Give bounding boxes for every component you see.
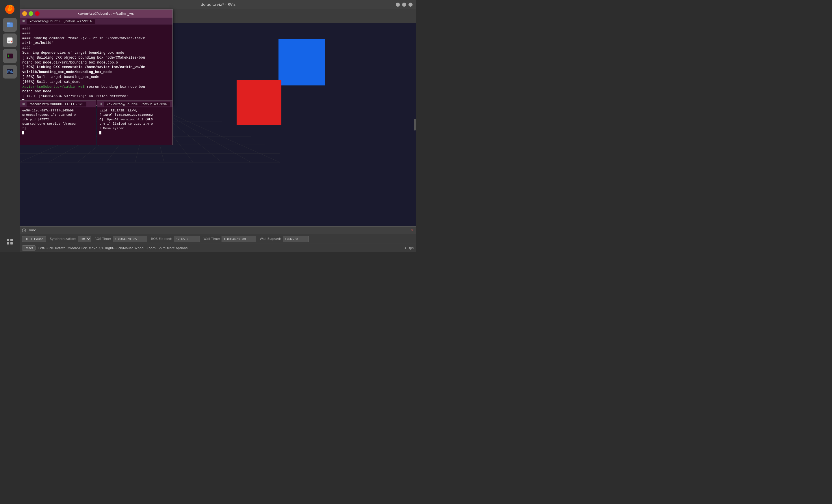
term-line-2: #### <box>22 31 170 36</box>
time-panel-close[interactable]: ✕ <box>411 228 414 232</box>
wall-time-input[interactable] <box>222 236 256 242</box>
wall-time-group: Wall Time: <box>203 236 256 242</box>
svg-rect-12 <box>10 239 13 241</box>
term-line-8: [ 50%] Built target bounding_box_node <box>22 75 170 80</box>
term-line-5: Scanning dependencies of target bounding… <box>22 51 170 55</box>
terminal-main-tab-label[interactable]: xavier-tse@ubuntu: ~/catkin_ws 59x16 <box>27 19 95 24</box>
fps-label: 31 fps <box>404 246 414 250</box>
time-panel-title: Time <box>28 228 36 232</box>
svg-text:$ _: $ _ <box>8 54 13 57</box>
pause-button[interactable]: ⏸ ⏸ Pause <box>22 236 46 242</box>
svg-rect-14 <box>10 242 13 245</box>
sync-group: Synchronization: Off <box>50 236 91 242</box>
term-line-9: [100%] Built target sat_demo <box>22 80 170 85</box>
time-header: Time ✕ <box>20 227 416 234</box>
ros-time-input[interactable] <box>113 236 147 242</box>
pause-icon: ⏸ <box>25 237 28 241</box>
terminal-bottom-right-content[interactable]: uild: RELEASE; LLVM; [ INFO] [1683629123… <box>97 107 173 145</box>
terminal-bottom-right-tab-label[interactable]: xavier-tse@ubuntu: ~/catkin_ws 28x6 <box>104 102 170 107</box>
term-line-7: [ 50%] Linking CXX executable /home/xavi… <box>22 65 170 75</box>
show-applications[interactable] <box>3 235 17 249</box>
term-line-1: #### <box>22 26 170 31</box>
window-maximize-button[interactable] <box>402 3 406 7</box>
terminal-bottom-left-window: ⊞ roscore http://ubuntu:11311 28x6 ee56-… <box>20 100 96 145</box>
taskbar-firefox[interactable] <box>3 2 17 16</box>
taskbar-terminal[interactable]: $ _ <box>3 49 17 63</box>
ros-elapsed-group: ROS Elapsed: <box>151 236 200 242</box>
time-controls-bar: ⏸ ⏸ Pause Synchronization: Off ROS Time:… <box>20 234 416 244</box>
terminal-bottom-left-tab-label[interactable]: roscore http://ubuntu:11311 28x6 <box>27 102 86 107</box>
taskbar-rviz[interactable]: RViz <box>3 65 17 79</box>
window-minimize-button[interactable] <box>396 3 400 7</box>
term-line-11: [ INFO] [1683646684.537716775]: Collisio… <box>22 94 170 99</box>
svg-rect-3 <box>7 37 12 43</box>
svg-rect-13 <box>7 242 9 245</box>
reset-button[interactable]: Reset <box>22 245 35 251</box>
taskbar-editor[interactable] <box>3 33 17 47</box>
terminal-bottom-right-tab: ⊞ xavier-tse@ubuntu: ~/catkin_ws 28x6 <box>97 101 173 107</box>
ros-elapsed-label: ROS Elapsed: <box>151 237 172 241</box>
term-br-line-2: [ INFO] [1683629123.681556526]: OpenGl v… <box>99 113 170 131</box>
ros-time-label: ROS Time: <box>95 237 111 241</box>
term-line-10: xavier-tse@ubuntu:~/catkin_ws$ rosrun bo… <box>22 85 170 94</box>
term-bl-line-2: process[rosout-1]: started with pid [455… <box>22 113 94 122</box>
sync-label: Synchronization: <box>50 237 76 241</box>
term-line-4: #### <box>22 46 170 51</box>
window-controls <box>396 3 413 7</box>
terminal-maximize-button[interactable] <box>29 11 33 16</box>
terminal-main-title: xavier-tse@ubuntu: ~/catkin_ws <box>41 11 170 16</box>
svg-rect-2 <box>7 23 10 24</box>
svg-text:RViz: RViz <box>7 70 13 73</box>
pause-label: ⏸ Pause <box>30 237 43 241</box>
svg-line-35 <box>24 230 25 231</box>
wall-time-label: Wall Time: <box>203 237 220 241</box>
bottom-panel: Time ✕ ⏸ ⏸ Pause Synchronization: Off RO… <box>20 226 416 252</box>
term-line-6: [ 25%] Building CXX object bounding_box_… <box>22 55 170 65</box>
terminal-bottom-left-content[interactable]: ee56-11ed-987c-fff34c145b98 process[roso… <box>20 107 96 145</box>
term-bl-line-3: started core service [/rosout] <box>22 122 94 131</box>
svg-rect-11 <box>7 239 9 241</box>
terminal-bottom-left-tab: ⊞ roscore http://ubuntu:11311 28x6 <box>20 101 96 107</box>
reset-label: Reset <box>25 246 33 250</box>
terminal-main-titlebar: xavier-tse@ubuntu: ~/catkin_ws <box>20 9 173 18</box>
term-br-cursor: █ <box>99 131 170 135</box>
sync-select[interactable]: Off <box>78 236 91 242</box>
viewport-resize-handle[interactable] <box>414 119 416 131</box>
hint-text: Left-Click: Rotate. Middle-Click: Move X… <box>38 246 189 250</box>
time-clock-icon <box>22 228 26 232</box>
term-br-line-1: uild: RELEASE; LLVM; <box>99 109 170 113</box>
terminal-close-button[interactable] <box>35 11 40 16</box>
wall-elapsed-group: Wall Elapsed: <box>260 236 309 242</box>
terminal-minimize-button[interactable] <box>22 11 27 16</box>
blue-collision-box <box>279 39 325 85</box>
hint-bar: Reset Left-Click: Rotate. Middle-Click: … <box>20 244 416 252</box>
term-bl-cursor: █ <box>22 131 94 135</box>
wall-elapsed-label: Wall Elapsed: <box>260 237 281 241</box>
red-collision-box <box>237 80 281 125</box>
terminal-main-window: xavier-tse@ubuntu: ~/catkin_ws ⊞ xavier-… <box>20 9 173 106</box>
terminal-main-content[interactable]: #### #### #### Running command: "make -j… <box>20 25 173 105</box>
wall-elapsed-input[interactable] <box>283 236 309 242</box>
terminal-bottom-right-window: ⊞ xavier-tse@ubuntu: ~/catkin_ws 28x6 ui… <box>97 100 173 145</box>
ros-time-group: ROS Time: <box>95 236 147 242</box>
rviz-titlebar: default.rviz* - RViz <box>20 0 416 9</box>
rviz-window-title: default.rviz* - RViz <box>201 2 235 7</box>
taskbar: $ _ RViz <box>0 0 20 252</box>
taskbar-files[interactable] <box>3 18 17 32</box>
term-bl-line-1: ee56-11ed-987c-fff34c145b98 <box>22 109 94 113</box>
term-line-3: #### Running command: "make -j2 -l2" in … <box>22 36 170 46</box>
window-close-button[interactable] <box>409 3 413 7</box>
terminal-main-tab-bar: ⊞ xavier-tse@ubuntu: ~/catkin_ws 59x16 <box>20 18 173 25</box>
ros-elapsed-input[interactable] <box>174 236 200 242</box>
